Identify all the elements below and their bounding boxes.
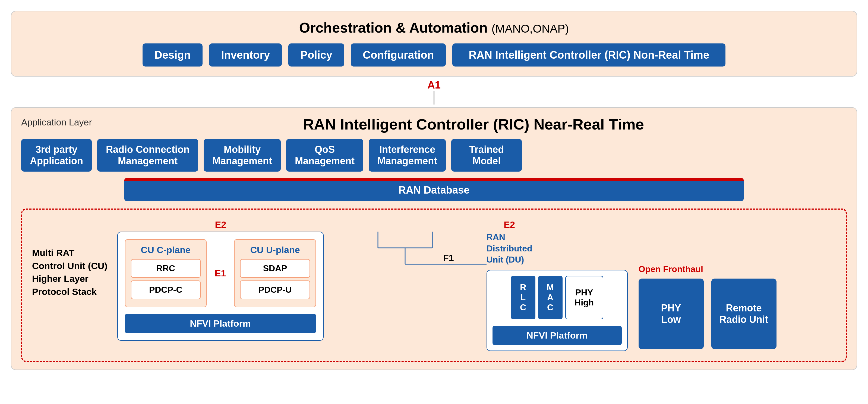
ric-nrt-title: RAN Intelligent Controller (RIC) Near-Re… xyxy=(100,115,847,133)
rru-btn[interactable]: Remote Radio Unit xyxy=(711,279,776,349)
phy-high-btn[interactable]: PHY High xyxy=(565,276,603,319)
sdap-btn[interactable]: SDAP xyxy=(240,259,310,278)
ric-nrt-block: Application Layer RAN Intelligent Contro… xyxy=(11,107,857,370)
orchestration-title-text: Orchestration & Automation xyxy=(299,20,488,36)
orchestration-subtitle: (MANO,ONAP) xyxy=(492,22,569,35)
main-container: Orchestration & Automation (MANO,ONAP) D… xyxy=(11,11,857,393)
app-interference[interactable]: Interference Management xyxy=(369,139,446,172)
fronthaul-section: Open Fronthaul PHY Low Remote Radio Unit xyxy=(628,231,776,349)
ric-block-header: Application Layer RAN Intelligent Contro… xyxy=(21,115,847,133)
ric-apps-row: 3rd party Application Radio Connection M… xyxy=(21,139,847,172)
orchestration-block: Orchestration & Automation (MANO,ONAP) D… xyxy=(11,11,857,76)
cu-du-group: E2 E2 CU C-plane RRC PDCP- xyxy=(117,219,836,351)
phy-rru-group: PHY Low Remote Radio Unit xyxy=(639,279,776,349)
cu-cplane-block: CU C-plane RRC PDCP-C xyxy=(125,239,207,307)
e2-labels-row: E2 E2 xyxy=(117,219,836,230)
cu-uplane-title: CU U-plane xyxy=(240,245,310,255)
app-layer-label: Application Layer xyxy=(21,115,92,128)
configuration-button[interactable]: Configuration xyxy=(351,43,446,66)
orchestration-buttons: Design Inventory Policy Configuration RA… xyxy=(22,43,846,66)
app-3rd-party[interactable]: 3rd party Application xyxy=(21,139,92,172)
a1-connector-area: A1 xyxy=(11,76,857,104)
svg-text:F1: F1 xyxy=(443,252,454,263)
du-block: R L C M A C PHY High NFVI Platform xyxy=(487,270,628,351)
e2-right-label: E2 xyxy=(504,219,515,230)
ran-db-label: RAN Database xyxy=(399,184,470,196)
cu-cplane-title: CU C-plane xyxy=(131,245,200,255)
du-section: RAN Distributed Unit (DU) R L C M A C PH… xyxy=(487,231,628,351)
nfvi1-bar: NFVI Platform xyxy=(125,314,316,333)
phy-low-btn[interactable]: PHY Low xyxy=(639,279,704,349)
inventory-button[interactable]: Inventory xyxy=(209,43,282,66)
cu-block: CU C-plane RRC PDCP-C E1 CU U-plane SDAP… xyxy=(117,231,323,341)
app-qos[interactable]: QoS Management xyxy=(286,139,363,172)
cu-uplane-block: CU U-plane SDAP PDCP-U xyxy=(234,239,316,307)
orchestration-title: Orchestration & Automation (MANO,ONAP) xyxy=(22,20,846,36)
design-button[interactable]: Design xyxy=(143,43,203,66)
policy-button[interactable]: Policy xyxy=(288,43,344,66)
app-radio-conn[interactable]: Radio Connection Management xyxy=(97,139,198,172)
cu-inner: CU C-plane RRC PDCP-C E1 CU U-plane SDAP… xyxy=(125,239,316,307)
rrc-btn[interactable]: RRC xyxy=(131,259,200,278)
ran-du-label: RAN Distributed Unit (DU) xyxy=(487,231,628,266)
pdcp-c-btn[interactable]: PDCP-C xyxy=(131,280,200,299)
e1-label: E1 xyxy=(212,239,229,307)
open-fronthaul-label: Open Fronthaul xyxy=(639,264,776,274)
du-inner-row: R L C M A C PHY High xyxy=(493,276,622,319)
mac-btn[interactable]: M A C xyxy=(538,276,563,319)
app-trained-model[interactable]: Trained Model xyxy=(451,139,522,172)
lower-dashed-section: Multi RAT Control Unit (CU) Higher Layer… xyxy=(21,209,847,362)
rlc-btn[interactable]: R L C xyxy=(511,276,535,319)
app-mobility[interactable]: Mobility Management xyxy=(204,139,281,172)
pdcp-u-btn[interactable]: PDCP-U xyxy=(240,280,310,299)
ran-db-bar: RAN Database xyxy=(124,178,744,201)
e2-left-label: E2 xyxy=(215,219,226,230)
multi-rat-label: Multi RAT Control Unit (CU) Higher Layer… xyxy=(32,219,107,298)
ric-nrt-button[interactable]: RAN Intelligent Controller (RIC) Non-Rea… xyxy=(452,43,725,66)
nfvi2-bar: NFVI Platform xyxy=(493,326,622,345)
connector-svg: F1 xyxy=(323,231,487,313)
a1-vertical-line xyxy=(434,91,434,104)
ran-db-container: RAN Database xyxy=(21,178,847,201)
ran-db-red-line xyxy=(124,180,744,181)
a1-label: A1 xyxy=(427,79,441,91)
cu-du-row: CU C-plane RRC PDCP-C E1 CU U-plane SDAP… xyxy=(117,231,836,351)
